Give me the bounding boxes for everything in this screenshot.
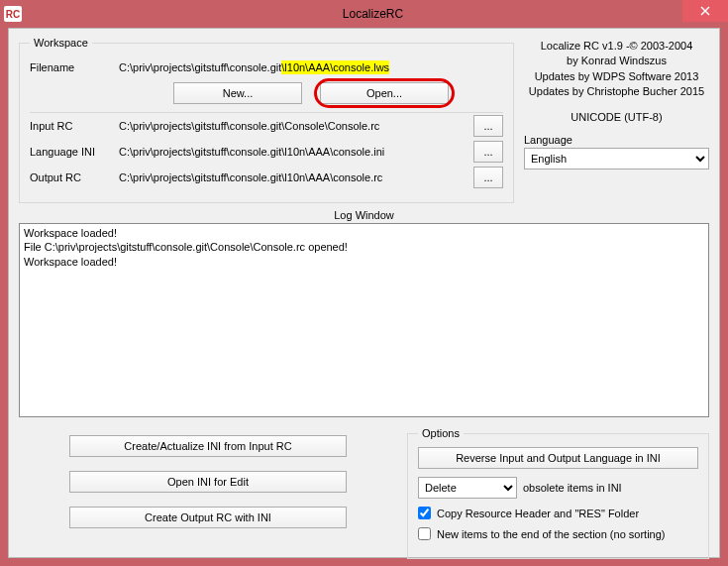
app-icon: RC bbox=[4, 6, 22, 22]
input-rc-browse-button[interactable]: ... bbox=[473, 115, 503, 137]
filename-value: C:\priv\projects\gitstuff\console.git\l1… bbox=[119, 61, 503, 73]
info-line-2: by Konrad Windszus bbox=[524, 54, 709, 68]
language-select[interactable]: English bbox=[524, 148, 709, 170]
language-label: Language bbox=[524, 133, 583, 148]
workspace-legend: Workspace bbox=[30, 37, 92, 49]
info-line-3: Updates by WDPS Software 2013 bbox=[524, 69, 709, 84]
create-rc-button[interactable]: Create Output RC with INI bbox=[69, 507, 347, 528]
options-legend: Options bbox=[418, 427, 464, 439]
copy-header-checkbox[interactable] bbox=[418, 507, 431, 519]
input-rc-label: Input RC bbox=[30, 120, 119, 132]
create-ini-button[interactable]: Create/Actualize INI from Input RC bbox=[69, 435, 347, 457]
open-ini-button[interactable]: Open INI for Edit bbox=[69, 471, 347, 493]
open-button[interactable]: Open... bbox=[320, 82, 449, 104]
filename-label: Filename bbox=[30, 61, 119, 73]
options-group: Options Reverse Input and Output Languag… bbox=[407, 427, 709, 559]
language-ini-value: C:\priv\projects\gitstuff\console.git\l1… bbox=[119, 146, 466, 158]
input-rc-value: C:\priv\projects\gitstuff\console.git\Co… bbox=[119, 120, 466, 132]
new-items-checkbox[interactable] bbox=[418, 527, 431, 540]
window-title: LocalizeRC bbox=[22, 7, 724, 21]
info-panel: Localize RC v1.9 -© 2003-2004 by Konrad … bbox=[524, 37, 709, 203]
encoding-label: UNICODE (UTF-8) bbox=[524, 110, 709, 125]
obsolete-action-select[interactable]: Delete bbox=[418, 477, 517, 499]
log-window[interactable]: Workspace loaded! File C:\priv\projects\… bbox=[19, 223, 709, 417]
close-button[interactable] bbox=[682, 0, 728, 22]
language-ini-label: Language INI bbox=[30, 146, 119, 158]
language-ini-browse-button[interactable]: ... bbox=[473, 141, 503, 163]
log-window-label: Log Window bbox=[19, 209, 709, 221]
new-items-label: New items to the end of the section (no … bbox=[437, 528, 666, 540]
new-button[interactable]: New... bbox=[173, 82, 302, 104]
divider bbox=[30, 112, 503, 113]
filename-highlight: \l10n\AAA\console.lws bbox=[281, 60, 389, 74]
obsolete-items-label: obsolete items in INI bbox=[523, 482, 622, 494]
output-rc-label: Output RC bbox=[30, 171, 119, 183]
copy-header-label: Copy Resource Header and "RES" Folder bbox=[437, 508, 639, 519]
output-rc-value: C:\priv\projects\gitstuff\console.git\l1… bbox=[119, 171, 466, 183]
workspace-group: Workspace Filename C:\priv\projects\gits… bbox=[19, 37, 514, 203]
info-line-1: Localize RC v1.9 -© 2003-2004 bbox=[524, 39, 709, 54]
close-icon bbox=[700, 6, 710, 16]
info-line-4: Updates by Christophe Bucher 2015 bbox=[524, 84, 709, 99]
reverse-lang-button[interactable]: Reverse Input and Output Language in INI bbox=[418, 447, 698, 469]
titlebar: RC LocalizeRC bbox=[0, 0, 728, 28]
output-rc-browse-button[interactable]: ... bbox=[473, 167, 503, 188]
